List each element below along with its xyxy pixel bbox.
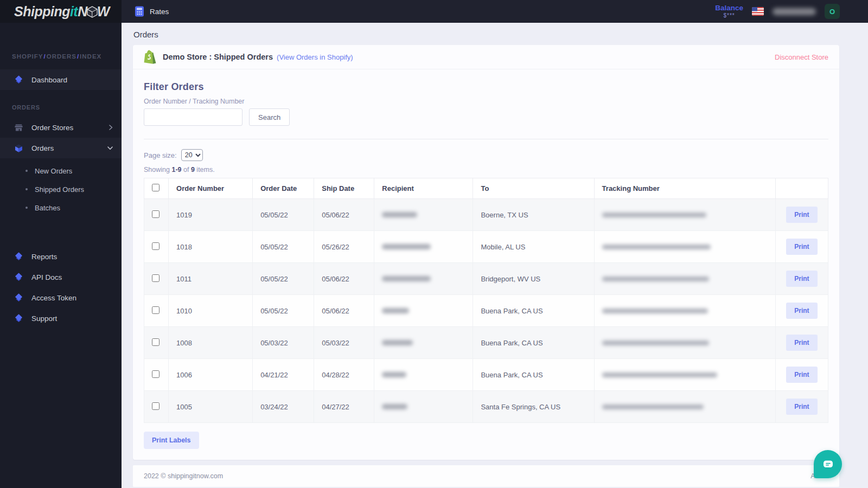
chat-launcher-button[interactable] — [814, 450, 842, 478]
tracking-redacted — [602, 404, 704, 409]
row-checkbox[interactable] — [152, 338, 159, 346]
row-checkbox[interactable] — [152, 370, 159, 378]
username-redacted[interactable] — [773, 8, 816, 15]
print-button[interactable]: Print — [786, 207, 817, 223]
row-checkbox[interactable] — [152, 306, 159, 314]
recipient-redacted — [382, 340, 413, 345]
sidebar-item-reports[interactable]: Reports — [0, 246, 122, 267]
recipient-cell — [374, 263, 473, 295]
row-checkbox[interactable] — [152, 402, 159, 410]
rates-nav-item[interactable]: Rates — [122, 0, 169, 23]
cube-logo-icon — [87, 6, 98, 18]
print-button[interactable]: Print — [786, 335, 817, 351]
tracking-cell — [594, 263, 775, 295]
sidebar-submenu: New OrdersShipped OrdersBatches — [0, 158, 122, 218]
order-number-cell: 1005 — [169, 391, 253, 423]
sidebar-item-order-stores[interactable]: Order Stores — [0, 117, 122, 138]
ship-date-cell: 04/27/22 — [314, 391, 374, 423]
tracking-redacted — [602, 213, 706, 217]
actions-cell: Print — [775, 199, 828, 231]
sidebar-item-api-docs[interactable]: API Docs — [0, 267, 122, 287]
recipient-redacted — [382, 404, 407, 409]
table-header-row: Order NumberOrder DateShip DateRecipient… — [144, 178, 828, 199]
print-button[interactable]: Print — [786, 239, 817, 255]
sidebar-item-batches[interactable]: Batches — [0, 198, 122, 217]
recipient-redacted — [382, 308, 409, 313]
page-size-label: Page size: — [144, 151, 177, 159]
app-logo[interactable]: ShippingitNW — [14, 4, 110, 20]
balance-widget[interactable]: Balance $*** — [715, 4, 743, 18]
order-number-cell: 1019 — [169, 199, 253, 231]
row-checkbox-cell — [144, 295, 169, 327]
table-row: 101105/05/2205/06/22Bridgeport, WV USPri… — [144, 263, 828, 295]
breadcrumb-part: INDEX — [80, 53, 101, 60]
balance-label: Balance — [715, 4, 743, 12]
table-row: 101805/05/2205/26/22Mobile, AL USPrint — [144, 231, 828, 263]
sidebar-subitem-label: Batches — [35, 204, 60, 212]
disconnect-store-link[interactable]: Disconnect Store — [775, 53, 828, 61]
row-checkbox[interactable] — [152, 242, 159, 250]
page-size-select[interactable]: 20 — [181, 149, 203, 161]
actions-cell: Print — [775, 263, 828, 295]
chat-bubble-icon — [822, 459, 834, 469]
sidebar-item-shipped-orders[interactable]: Shipped Orders — [0, 180, 122, 198]
print-button[interactable]: Print — [786, 271, 817, 287]
print-button[interactable]: Print — [786, 399, 817, 415]
logo-zone: ShippingitNW — [0, 0, 122, 23]
ship-date-cell: 05/26/22 — [314, 231, 374, 263]
diamond-icon — [14, 252, 23, 261]
footer-copyright: 2022 © shippingitnow.com — [144, 472, 223, 480]
print-labels-button[interactable]: Print Labels — [144, 432, 199, 449]
breadcrumb-part: SHOPIFY — [12, 53, 43, 60]
tracking-cell — [594, 391, 775, 423]
row-checkbox-cell — [144, 231, 169, 263]
row-checkbox[interactable] — [152, 210, 159, 218]
main-content: Orders Demo Store : Shipped Orders (View… — [122, 23, 868, 488]
sidebar-item-orders[interactable]: Orders — [0, 138, 122, 158]
recipient-redacted — [382, 276, 431, 281]
sidebar-item-new-orders[interactable]: New Orders — [0, 162, 122, 180]
search-button[interactable]: Search — [249, 108, 290, 126]
print-button[interactable]: Print — [786, 303, 817, 319]
logo-text-it: it — [70, 4, 78, 20]
print-button[interactable]: Print — [786, 367, 817, 383]
sidebar-item-label: Access Token — [31, 294, 76, 302]
avatar[interactable]: O — [825, 4, 840, 19]
store-bar: Demo Store : Shipped Orders (View Orders… — [133, 45, 839, 69]
filter-field-label: Order Number / Tracking Number — [144, 98, 828, 105]
orders-card: Demo Store : Shipped Orders (View Orders… — [133, 45, 839, 460]
row-checkbox-cell — [144, 359, 169, 391]
select-all-header — [144, 178, 169, 199]
sidebar-item-dashboard[interactable]: Dashboard — [0, 69, 122, 90]
order-tracking-search-input[interactable] — [144, 108, 242, 126]
sidebar-subitem-label: New Orders — [35, 167, 72, 175]
row-checkbox-cell — [144, 199, 169, 231]
bullet-icon — [25, 207, 28, 209]
tracking-redacted — [602, 309, 708, 313]
orders-table: Order NumberOrder DateShip DateRecipient… — [144, 178, 828, 423]
row-checkbox[interactable] — [152, 274, 159, 282]
sidebar-item-support[interactable]: Support — [0, 308, 122, 329]
chevron-down-icon — [107, 146, 113, 150]
view-orders-link[interactable]: (View Orders in Shopify) — [277, 53, 353, 61]
calculator-icon — [135, 6, 144, 17]
table-row: 101005/05/2205/06/22Buena Park, CA USPri… — [144, 295, 828, 327]
sidebar-item-access-token[interactable]: Access Token — [0, 287, 122, 308]
store-name: Demo Store : Shipped Orders — [163, 53, 273, 61]
us-flag-icon[interactable] — [752, 7, 764, 16]
select-all-checkbox[interactable] — [152, 184, 159, 191]
order-number-cell: 1010 — [169, 295, 253, 327]
to-cell: Bridgeport, WV US — [473, 263, 594, 295]
tracking-cell — [594, 359, 775, 391]
breadcrumb-part: ORDERS — [47, 53, 76, 60]
order-number-cell: 1008 — [169, 327, 253, 359]
order-date-cell: 04/21/22 — [253, 359, 314, 391]
tracking-cell — [594, 231, 775, 263]
column-header-order-number: Order Number — [169, 178, 253, 199]
table-row: 101905/05/2205/06/22Boerne, TX USPrint — [144, 199, 828, 231]
footer: 2022 © shippingitnow.com About — [133, 465, 839, 487]
row-checkbox-cell — [144, 327, 169, 359]
actions-cell: Print — [775, 231, 828, 263]
recipient-cell — [374, 359, 473, 391]
order-date-cell: 03/24/22 — [253, 391, 314, 423]
